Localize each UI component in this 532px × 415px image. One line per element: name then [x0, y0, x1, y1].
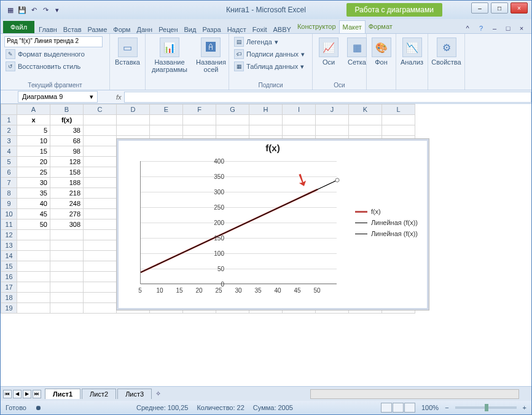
chart-title[interactable]: f(x) — [122, 143, 424, 153]
cell[interactable] — [84, 251, 117, 261]
name-box[interactable]: Диаграмма 9▾ — [18, 91, 98, 103]
cell[interactable] — [84, 293, 117, 303]
row-header-15[interactable]: 15 — [1, 261, 17, 272]
cell[interactable]: 20 — [17, 157, 50, 167]
cell[interactable] — [84, 272, 117, 282]
sheet-tab-Лист3[interactable]: Лист3 — [117, 389, 152, 399]
col-header-D[interactable]: D — [117, 105, 150, 115]
col-header-C[interactable]: C — [84, 105, 117, 115]
formula-input[interactable] — [124, 92, 531, 103]
cell[interactable] — [216, 125, 249, 136]
cell[interactable] — [84, 125, 117, 136]
col-header-J[interactable]: J — [316, 105, 349, 115]
col-header-A[interactable]: A — [17, 105, 50, 115]
cell[interactable] — [183, 125, 216, 136]
col-header-K[interactable]: K — [349, 105, 382, 115]
minimize-button[interactable]: – — [471, 2, 488, 14]
cell[interactable] — [216, 115, 249, 125]
cell[interactable] — [84, 303, 117, 314]
cell[interactable] — [17, 251, 50, 261]
sheet-tab-Лист2[interactable]: Лист2 — [82, 389, 116, 399]
axis-titles-button[interactable]: 🅰Названия осей — [194, 36, 229, 74]
cell[interactable]: 98 — [50, 146, 84, 157]
cell[interactable] — [50, 251, 84, 261]
cell[interactable] — [84, 178, 117, 188]
col-header-I[interactable]: I — [283, 105, 316, 115]
tab-Формат[interactable]: Формат — [366, 20, 396, 33]
cell[interactable] — [17, 303, 50, 314]
col-header-H[interactable]: H — [249, 105, 283, 115]
cell[interactable] — [50, 293, 84, 303]
doc-min-icon[interactable]: – — [490, 23, 499, 33]
cell[interactable] — [316, 115, 349, 125]
tab-Макет[interactable]: Макет — [339, 20, 366, 33]
data-table-button[interactable]: ▦Таблица данных ▾ — [233, 61, 308, 72]
sheet-tab-Лист1[interactable]: Лист1 — [45, 389, 80, 399]
horizontal-scrollbar[interactable] — [310, 389, 519, 399]
cell[interactable] — [249, 125, 283, 136]
row-header-10[interactable]: 10 — [1, 209, 17, 219]
cell[interactable] — [84, 115, 117, 125]
cell[interactable] — [84, 230, 117, 240]
legend-item[interactable]: Линейная (f(x)) — [355, 219, 418, 226]
tab-next-icon[interactable]: ▶ — [23, 390, 31, 398]
cell[interactable]: 308 — [50, 219, 84, 230]
cell[interactable]: 15 — [17, 146, 50, 157]
row-header-12[interactable]: 12 — [1, 230, 17, 240]
cell[interactable]: 30 — [17, 178, 50, 188]
gridlines-button[interactable]: ▦Сетка — [345, 36, 369, 67]
cell[interactable] — [84, 240, 117, 251]
cell[interactable] — [349, 115, 382, 125]
page-layout-view-button[interactable] — [393, 403, 404, 413]
row-header-17[interactable]: 17 — [1, 282, 17, 293]
row-header-14[interactable]: 14 — [1, 251, 17, 261]
cell[interactable]: 158 — [50, 167, 84, 178]
zoom-level[interactable]: 100% — [421, 404, 439, 411]
doc-close-icon[interactable]: × — [517, 23, 526, 33]
tab-last-icon[interactable]: ⏭ — [33, 390, 41, 398]
cell[interactable] — [382, 125, 415, 136]
cell[interactable]: x — [17, 115, 50, 125]
name-box-dropdown-icon[interactable]: ▾ — [90, 93, 93, 101]
cell[interactable] — [249, 115, 283, 125]
cell[interactable]: 45 — [17, 209, 50, 219]
tab-first-icon[interactable]: ⏮ — [3, 390, 12, 398]
cell[interactable] — [84, 209, 117, 219]
series-line[interactable] — [141, 161, 337, 284]
cell[interactable]: 10 — [17, 136, 50, 146]
close-button[interactable]: × — [510, 2, 528, 14]
chart-element-selector[interactable]: Ряд "f(x)" Линия тренда 2 — [4, 36, 103, 47]
row-header-16[interactable]: 16 — [1, 272, 17, 282]
worksheet-area[interactable]: ABCDEFGHIJKL1xf(x)2538310684159852012862… — [1, 104, 531, 386]
cell[interactable]: 50 — [17, 219, 50, 230]
row-header-11[interactable]: 11 — [1, 219, 17, 230]
chart-title-button[interactable]: 📊Название диаграммы — [149, 36, 190, 74]
page-break-view-button[interactable] — [404, 403, 415, 413]
cell[interactable] — [17, 230, 50, 240]
cell[interactable] — [17, 240, 50, 251]
row-header-2[interactable]: 2 — [1, 125, 17, 136]
cell[interactable]: 128 — [50, 157, 84, 167]
cell[interactable]: 188 — [50, 178, 84, 188]
new-sheet-icon[interactable]: ✧ — [153, 389, 163, 399]
tab-prev-icon[interactable]: ◀ — [13, 390, 22, 398]
data-labels-button[interactable]: 🏷Подписи данных ▾ — [233, 49, 308, 60]
redo-icon[interactable]: ↷ — [41, 5, 50, 15]
cell[interactable] — [17, 282, 50, 293]
format-selection-button[interactable]: ✎Формат выделенного — [4, 49, 106, 60]
cell[interactable] — [84, 167, 117, 178]
cell[interactable] — [50, 230, 84, 240]
cell[interactable] — [84, 146, 117, 157]
row-header-7[interactable]: 7 — [1, 178, 17, 188]
row-header-9[interactable]: 9 — [1, 199, 17, 209]
cell[interactable]: f(x) — [50, 115, 84, 125]
cell[interactable]: 25 — [17, 167, 50, 178]
reset-style-button[interactable]: ↺Восстановить стиль — [4, 61, 106, 72]
cell[interactable]: 5 — [17, 125, 50, 136]
plot-area[interactable] — [140, 161, 337, 284]
minimize-ribbon-icon[interactable]: ^ — [463, 23, 472, 33]
cell[interactable]: 218 — [50, 188, 84, 199]
select-all-corner[interactable] — [1, 105, 17, 115]
cell[interactable] — [50, 272, 84, 282]
zoom-out-icon[interactable]: − — [445, 404, 448, 411]
